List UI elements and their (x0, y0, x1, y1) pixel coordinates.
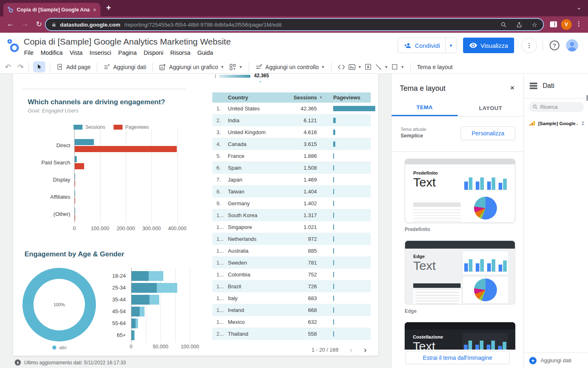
share-button[interactable]: Condividi ▼ (398, 38, 457, 53)
theme-card-costellazione[interactable]: CostellazioneText (405, 322, 515, 350)
theme-card-edge[interactable]: EdgeText (405, 240, 515, 305)
add-chart-button[interactable]: Aggiungi un grafico ▼ (159, 63, 224, 71)
table-row[interactable]: 1...Singapore1.021 (212, 221, 371, 233)
next-page-icon[interactable]: › (364, 345, 367, 355)
gender-donut-chart[interactable]: 100% (22, 268, 96, 341)
bookmark-star-icon[interactable]: ☆ (532, 21, 537, 29)
undo-icon[interactable]: ↶ (5, 63, 11, 72)
data-source-item[interactable]: [Sample] Google A... (529, 120, 586, 126)
table-row[interactable]: 6.Spain1.508 (212, 162, 371, 174)
browser-tab[interactable]: Copia di [Sample] Google Anal × (3, 3, 100, 16)
community-visualizations-button[interactable]: ▼ (229, 63, 243, 71)
customize-button[interactable]: Personalizza (461, 126, 515, 140)
menu-risorsa[interactable]: Risorsa (170, 49, 190, 56)
data-search-box[interactable] (529, 102, 584, 112)
embed-code-button[interactable] (338, 64, 345, 70)
prev-page-icon[interactable]: ‹ (350, 345, 353, 355)
add-data-button[interactable]: Aggiungi dati (103, 63, 146, 70)
table-row[interactable]: 1...Netherlands972 (212, 233, 371, 245)
report-page[interactable]: 42.365 Which channels are driving engage… (13, 74, 378, 356)
new-tab-button[interactable]: + (106, 3, 111, 13)
row-pageviews-bar-cell (325, 248, 371, 254)
add-data-footer[interactable]: + Aggiungi dati (524, 352, 588, 368)
table-row[interactable]: 2...Thailand558 (212, 328, 371, 340)
table-row[interactable]: 9.Germany1.402 (212, 197, 371, 209)
row-rank: 1... (212, 272, 228, 278)
theme-layout-button[interactable]: Tema e layout (417, 64, 452, 70)
table-row[interactable]: 3.United Kingdom4.616 (212, 126, 371, 138)
select-tool-button[interactable] (33, 61, 45, 72)
search-icon[interactable] (501, 22, 507, 28)
table-row[interactable]: 1.United States42.365 (212, 103, 371, 114)
table-row[interactable]: 4.Canada3.615 (212, 138, 371, 150)
table-row[interactable]: 7.Japan1.469 (212, 174, 371, 186)
bar (75, 163, 84, 169)
url-bar[interactable]: datastudio.google.com /reporting/725455e… (45, 18, 544, 31)
add-control-button[interactable]: Aggiungi un controllo ▼ (255, 63, 325, 71)
datastudio-logo-icon[interactable] (7, 38, 20, 53)
menu-pagina[interactable]: Pagina (118, 49, 137, 56)
share-button-main[interactable]: Condividi (398, 42, 445, 49)
table-row[interactable]: 5.France1.886 (212, 150, 371, 162)
age-chart-plot[interactable] (131, 268, 190, 343)
insert-shape-button[interactable]: ▼ (391, 63, 404, 70)
x-tick-label: 0 (73, 226, 76, 231)
table-row[interactable]: 1...South Korea1.317 (212, 209, 371, 221)
scrollbar-thumb[interactable] (586, 95, 588, 101)
tab-layout[interactable]: LAYOUT (458, 100, 524, 116)
menu-vista[interactable]: Vista (69, 49, 82, 56)
data-search-input[interactable] (540, 104, 577, 110)
eye-icon (469, 41, 477, 49)
country-table[interactable]: Country Sessions ▼ Pageviews 1.United St… (212, 92, 371, 340)
view-button[interactable]: Visualizza (463, 38, 514, 53)
insert-line-button[interactable]: ▼ (375, 63, 388, 70)
row-country: Netherlands (228, 236, 285, 242)
close-icon[interactable]: × (510, 83, 514, 92)
help-icon[interactable]: ? (550, 40, 559, 50)
more-options-button[interactable]: ⋮ (521, 38, 537, 53)
menu-guida[interactable]: Guida (197, 49, 213, 56)
menu-inserisci[interactable]: Inserisci (89, 49, 111, 56)
insert-image-button[interactable]: ▼ (348, 64, 362, 70)
tab-tema[interactable]: TEMA (392, 100, 458, 116)
add-page-button[interactable]: Add page (56, 63, 91, 70)
menu-disponi[interactable]: Disponi (144, 49, 163, 56)
table-row[interactable]: 1...Brazil726 (212, 280, 371, 292)
tab-close-icon[interactable]: × (93, 7, 96, 13)
chrome-profile-avatar[interactable]: V (561, 19, 572, 30)
table-row[interactable]: 1...Ireland668 (212, 304, 371, 316)
table-row[interactable]: 1...Mexico632 (212, 316, 371, 328)
reload-icon[interactable]: ↻ (36, 20, 42, 29)
pageviews-column-header[interactable]: Pageviews (325, 94, 371, 101)
add-page-label: Add page (66, 64, 91, 70)
table-row[interactable]: 1...Italy683 (212, 292, 371, 304)
channels-chart-plot[interactable] (74, 129, 178, 223)
share-page-icon[interactable] (516, 22, 522, 28)
table-row[interactable]: 1...Sweden781 (212, 257, 371, 269)
side-panel-icon[interactable] (550, 21, 557, 27)
redo-icon[interactable]: ↷ (18, 63, 24, 72)
sort-desc-icon[interactable]: ▼ (317, 96, 325, 99)
menu-file[interactable]: File (24, 49, 33, 56)
tab-search-chevron-icon[interactable]: ⌄ (576, 4, 581, 11)
row-country: India (228, 117, 285, 123)
back-icon[interactable]: ← (7, 20, 14, 28)
menu-modifica[interactable]: Modifica (40, 49, 62, 56)
refresh-bolt-icon[interactable] (15, 359, 21, 366)
user-avatar[interactable] (566, 39, 578, 52)
extract-theme-button[interactable]: Estrai il tema dall'immagine (405, 351, 510, 364)
table-row[interactable]: 1...Colombia752 (212, 269, 371, 280)
insert-text-button[interactable] (365, 63, 372, 70)
sessions-column-header[interactable]: Sessions (285, 94, 317, 101)
table-row[interactable]: 8.Taiwan1.404 (212, 186, 371, 197)
chrome-menu-icon[interactable]: ⋮ (576, 20, 582, 27)
share-dropdown-caret[interactable]: ▼ (445, 38, 456, 53)
table-row[interactable]: 2.India6.121 (212, 114, 371, 126)
collapse-fields-icon[interactable] (580, 121, 586, 126)
country-column-header[interactable]: Country (228, 94, 285, 101)
theme-card-predefinito[interactable]: PredefinitoText (405, 159, 515, 223)
mini-bar-chart (464, 259, 507, 272)
table-row[interactable]: 1...Australia885 (212, 245, 371, 257)
report-title[interactable]: Copia di [Sample] Google Analytics Marke… (24, 37, 231, 47)
forward-icon[interactable]: → (21, 20, 29, 28)
